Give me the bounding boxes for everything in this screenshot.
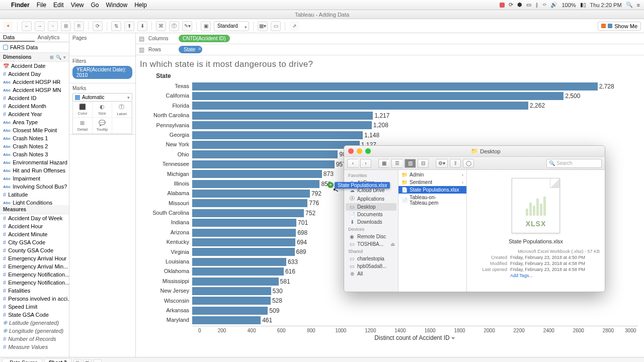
menu-edit[interactable]: Edit — [53, 2, 64, 9]
sidebar-shared-all[interactable]: ⊕All — [344, 270, 398, 278]
list-item[interactable]: 📄State Populations.xlsx — [398, 186, 466, 194]
field-item[interactable]: #City GSA Code — [0, 238, 69, 246]
spotlight-icon[interactable]: 🔍 — [626, 2, 633, 8]
field-item[interactable]: #Emergency Notification... — [0, 279, 69, 287]
sidebar-documents[interactable]: 📄Documents — [344, 211, 398, 218]
clock[interactable]: Thu 2:20 PM — [590, 2, 622, 8]
sidebar-desktop[interactable]: ▭Desktop — [346, 203, 396, 211]
bar-row[interactable]: 1,217 — [192, 111, 638, 120]
bar-row[interactable]: 1,208 — [192, 121, 638, 130]
new-story-button[interactable]: ▭ — [94, 359, 102, 363]
new-worksheet-button[interactable]: ⎘ — [74, 21, 84, 31]
field-item[interactable]: AbcHit and Run Offenses — [0, 166, 69, 174]
mark-label-button[interactable]: ⓉLabel — [112, 102, 132, 118]
bar-row[interactable]: 509 — [192, 306, 638, 315]
tab-analytics[interactable]: Analytics — [35, 33, 69, 42]
finder-back-button[interactable]: ‹ — [347, 159, 358, 168]
field-item[interactable]: AbcCrash Notes 2 — [0, 142, 69, 150]
mark-detail-button[interactable]: ⊞Detail — [73, 118, 93, 134]
field-item[interactable]: AbcArea Type — [0, 118, 69, 126]
presentation-button[interactable]: ▭ — [271, 21, 281, 31]
minimize-button[interactable] — [357, 148, 362, 154]
mark-color-button[interactable]: ⬛Color — [73, 102, 93, 118]
back-button[interactable]: ← — [22, 21, 32, 31]
filters-card[interactable]: Filters YEAR(Accident Date): 2010 — [69, 56, 135, 83]
field-item[interactable]: AbcInvolving School Bus? — [0, 183, 69, 191]
tableau-logo-icon[interactable]: ✦ — [3, 21, 13, 31]
field-item[interactable]: AbcLight Conditions — [0, 199, 69, 205]
marks-card[interactable]: Marks Automatic ▾ ⬛Color ◐Size ⓉLabel ⊞D… — [69, 83, 135, 135]
mark-type-select[interactable]: Automatic ▾ — [72, 93, 132, 102]
display-icon[interactable]: ▭ — [526, 2, 531, 8]
field-item[interactable]: #Emergency Notification... — [0, 270, 69, 279]
bar-row[interactable]: 2,728 — [192, 81, 638, 91]
menu-go[interactable]: Go — [91, 2, 99, 9]
record-icon[interactable] — [500, 3, 505, 8]
field-item[interactable]: AbcImpairment — [0, 174, 69, 183]
mark-size-button[interactable]: ◐Size — [93, 102, 112, 118]
field-item[interactable]: AbcEnvironmental Hazard — [0, 158, 69, 166]
fit-select[interactable]: Standard — [214, 21, 249, 31]
field-item[interactable]: #County GSA Code — [0, 246, 69, 254]
rows-shelf[interactable]: ▥ Rows State — [136, 44, 644, 55]
menu-file[interactable]: File — [37, 2, 46, 9]
bar-row[interactable]: 2,500 — [192, 91, 638, 101]
field-item[interactable]: ⊕Longitude (generated) — [0, 327, 69, 335]
dimensions-list[interactable]: 📅Accident Date#Accident DayAbcAccident H… — [0, 62, 69, 205]
search-icon[interactable]: 🔍 — [56, 55, 61, 60]
show-me-button[interactable]: Show Me — [598, 22, 641, 31]
finder-search-input[interactable]: 🔍 Search — [546, 159, 602, 168]
close-button[interactable] — [348, 148, 354, 154]
field-item[interactable]: #Accident Month — [0, 102, 69, 110]
columns-pill[interactable]: CNTD(Accident ID) — [179, 35, 230, 42]
mark-tooltip-button[interactable]: 💬Tooltip — [93, 118, 112, 134]
field-item[interactable]: #Persons involved in acci... — [0, 295, 69, 303]
list-item[interactable]: 📄Tableau-on-Tableau.pem — [398, 194, 466, 207]
sidebar-shared-1[interactable]: ▭charlestopia — [344, 255, 398, 262]
tags-button[interactable]: ◯ — [463, 159, 474, 168]
field-item[interactable]: #Emergency Arrival Min... — [0, 262, 69, 270]
field-item[interactable]: #Accident Year — [0, 110, 69, 118]
arrange-button[interactable]: ⚙▾ — [436, 159, 448, 168]
action-button[interactable]: ⇪ — [450, 159, 461, 168]
tab-datasource[interactable]: ▫ Data Source — [2, 358, 42, 363]
sidebar-downloads[interactable]: ⬇Downloads — [344, 218, 398, 226]
sidebar-toshiba[interactable]: ▭TOSHIBA...⏏ — [344, 240, 398, 248]
menu-icon[interactable]: ▾ — [63, 55, 66, 60]
field-item[interactable]: 📅Accident Date — [0, 62, 69, 70]
new-datasource-button[interactable]: ⊞ — [61, 21, 71, 31]
finder-forward-button[interactable]: › — [360, 159, 371, 168]
bar-row[interactable]: 461 — [192, 315, 638, 325]
menu-help[interactable]: Help — [134, 2, 147, 9]
field-item[interactable]: #Speed Limit — [0, 303, 69, 311]
sync-icon[interactable]: ⟳ — [509, 2, 513, 8]
menu-view[interactable]: View — [71, 2, 84, 9]
field-item[interactable]: #Accident Day of Week — [0, 214, 69, 222]
sort-desc-button[interactable]: ⬇ — [137, 21, 147, 31]
finder-window[interactable]: 📁Desktop ‹ › ▦ ☰ ▥ ⊟ ⚙▾ ⇪ ◯ 🔍 Search Fav… — [344, 145, 605, 292]
bar-row[interactable]: 2,262 — [192, 101, 638, 111]
field-item[interactable]: #Emergency Arrival Hour — [0, 254, 69, 262]
rows-pill[interactable]: State — [179, 46, 202, 53]
sidebar-remote-disc[interactable]: ◉Remote Disc — [344, 233, 398, 240]
tab-sheet3[interactable]: Sheet 3 — [44, 358, 71, 363]
field-item[interactable]: #State GSA Code — [0, 311, 69, 319]
new-dashboard-button[interactable]: ▦ — [84, 359, 92, 363]
list-item[interactable]: 📁Sentiment› — [398, 178, 466, 186]
bluetooth-icon[interactable]: ᛒ — [535, 2, 539, 8]
field-item[interactable]: #Accident Hour — [0, 222, 69, 230]
field-item[interactable]: AbcClosest Mile Point — [0, 126, 69, 134]
field-item[interactable]: AbcAccident HOSP MN — [0, 86, 69, 94]
share-button[interactable]: ⇗ — [289, 21, 299, 31]
view-gallery-button[interactable]: ⊟ — [418, 159, 429, 168]
group-button[interactable]: ⌘ — [156, 21, 166, 31]
highlight-button[interactable]: ✎▾ — [182, 21, 192, 31]
new-sheet-button[interactable]: ⊞ — [73, 359, 82, 363]
app-menu[interactable]: Finder — [11, 2, 30, 9]
columns-shelf[interactable]: ▤ Columns CNTD(Accident ID) — [136, 33, 644, 44]
chart-title[interactable]: In which state is it most dangerous to d… — [138, 58, 638, 72]
view-list-button[interactable]: ☰ — [391, 159, 403, 168]
sort-asc-button[interactable]: ⬆ — [124, 21, 134, 31]
finder-column-list[interactable]: 📁Admin›📁Sentiment›📄State Populations.xls… — [398, 170, 467, 292]
measures-list[interactable]: #Accident Day of Week#Accident Hour#Acci… — [0, 214, 69, 357]
